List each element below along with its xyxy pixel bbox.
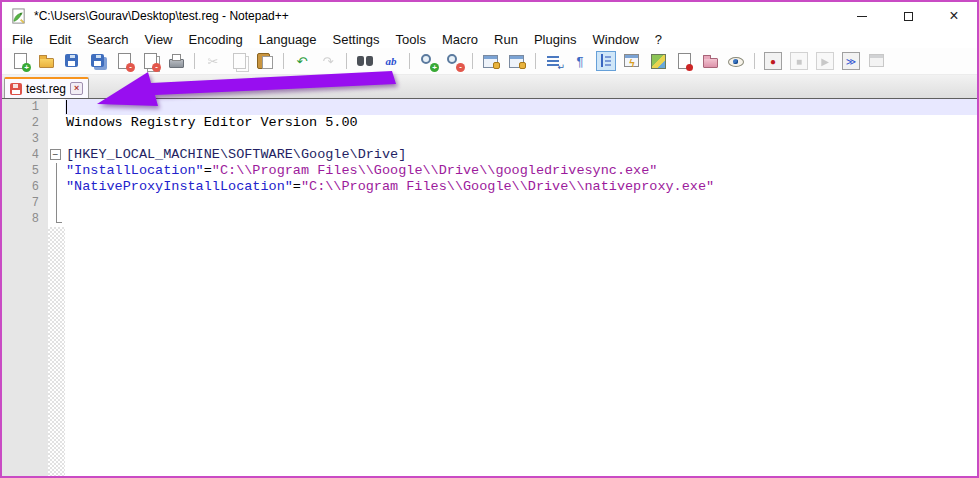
window-title: *C:\Users\Gourav\Desktop\test.reg - Note… xyxy=(34,9,289,23)
toolbar: ✂↶↷ab¶ϟ●■▶≫ xyxy=(2,48,977,75)
menu-edit[interactable]: Edit xyxy=(41,32,79,47)
save-all-icon[interactable] xyxy=(89,52,107,70)
menu-search[interactable]: Search xyxy=(79,32,136,47)
maximize-icon xyxy=(904,12,913,21)
toolbar-separator xyxy=(535,53,536,69)
notepadpp-window: *C:\Users\Gourav\Desktop\test.reg - Note… xyxy=(0,0,979,478)
editor-filler xyxy=(2,227,977,476)
line-text[interactable] xyxy=(65,131,977,147)
minimize-icon xyxy=(857,16,867,17)
close-icon: × xyxy=(949,8,958,24)
document-list-icon[interactable] xyxy=(675,52,693,70)
token-op: = xyxy=(293,179,301,194)
menu-encoding[interactable]: Encoding xyxy=(181,32,251,47)
menu-file[interactable]: File xyxy=(4,32,41,47)
word-wrap-icon[interactable] xyxy=(545,52,563,70)
token-key: "NativeProxyInstallLocation" xyxy=(66,179,293,194)
close-all-icon[interactable] xyxy=(141,52,159,70)
tab-label: test.reg xyxy=(26,82,66,96)
line-text[interactable]: "InstallLocation"="C:\\Program Files\\Go… xyxy=(65,163,977,179)
line-number: 2 xyxy=(2,115,48,131)
menu-run[interactable]: Run xyxy=(486,32,526,47)
caret xyxy=(66,100,67,114)
fold-margin-cell xyxy=(48,115,65,131)
editor-line: 4[HKEY_LOCAL_MACHINE\SOFTWARE\Google\Dri… xyxy=(2,147,977,163)
editor-line: 7 xyxy=(2,195,977,211)
menu-view[interactable]: View xyxy=(137,32,181,47)
toolbar-separator xyxy=(409,53,410,69)
token-op: = xyxy=(204,163,212,178)
line-text[interactable]: "NativeProxyInstallLocation"="C:\\Progra… xyxy=(65,179,977,195)
menu-tools[interactable]: Tools xyxy=(388,32,434,47)
tab-bar: test.reg × xyxy=(2,75,977,98)
toolbar-separator xyxy=(194,53,195,69)
find-icon[interactable] xyxy=(356,52,374,70)
editor-line: 6"NativeProxyInstallLocation"="C:\\Progr… xyxy=(2,179,977,195)
editor-line: 8 xyxy=(2,211,977,227)
macro-stop-icon: ■ xyxy=(790,52,808,70)
editor-background[interactable] xyxy=(65,227,977,476)
fold-margin xyxy=(48,227,65,476)
show-indent-guide-icon[interactable] xyxy=(597,52,615,70)
menu-macro[interactable]: Macro xyxy=(434,32,486,47)
undo-icon[interactable]: ↶ xyxy=(293,52,311,70)
zoom-in-icon[interactable] xyxy=(419,52,437,70)
line-number: 5 xyxy=(2,163,48,179)
title-bar: *C:\Users\Gourav\Desktop\test.reg - Note… xyxy=(2,2,977,30)
line-number-margin xyxy=(2,227,48,476)
open-file-icon[interactable] xyxy=(37,52,55,70)
fold-margin-cell xyxy=(48,163,65,179)
menu-plugins[interactable]: Plugins xyxy=(526,32,585,47)
fold-margin-cell xyxy=(48,195,65,211)
folder-as-workspace-icon[interactable] xyxy=(701,52,719,70)
menu-help[interactable]: ? xyxy=(647,32,670,47)
document-map-icon[interactable] xyxy=(649,52,667,70)
minimize-button[interactable] xyxy=(839,2,885,30)
line-text[interactable] xyxy=(65,195,977,211)
sync-vertical-scroll-icon[interactable] xyxy=(482,52,500,70)
print-icon[interactable] xyxy=(167,52,185,70)
cut-icon: ✂ xyxy=(204,52,222,70)
token-value: "C:\\Program Files\\Google\\Drive\\nativ… xyxy=(301,179,714,194)
macro-run-multiple-icon[interactable]: ≫ xyxy=(842,52,860,70)
token-default: Windows Registry Editor Version 5.00 xyxy=(66,115,358,130)
line-text[interactable]: [HKEY_LOCAL_MACHINE\SOFTWARE\Google\Driv… xyxy=(65,147,977,163)
sync-horizontal-scroll-icon[interactable] xyxy=(508,52,526,70)
line-text[interactable] xyxy=(65,99,977,115)
menu-bar: FileEditSearchViewEncodingLanguageSettin… xyxy=(2,30,977,48)
fold-marker[interactable] xyxy=(48,147,65,163)
editor-line: 3 xyxy=(2,131,977,147)
editor-pane[interactable]: 12Windows Registry Editor Version 5.0034… xyxy=(2,98,977,476)
menu-language[interactable]: Language xyxy=(251,32,325,47)
monitoring-icon[interactable] xyxy=(727,52,745,70)
macro-play-icon: ▶ xyxy=(816,52,834,70)
menu-window[interactable]: Window xyxy=(585,32,647,47)
tab-close-icon[interactable]: × xyxy=(70,82,83,95)
line-text[interactable] xyxy=(65,211,977,227)
toolbar-separator xyxy=(346,53,347,69)
tab-test-reg[interactable]: test.reg × xyxy=(4,77,89,98)
replace-icon[interactable]: ab xyxy=(382,52,400,70)
line-text[interactable]: Windows Registry Editor Version 5.00 xyxy=(65,115,977,131)
macro-record-icon[interactable]: ● xyxy=(764,52,782,70)
close-button[interactable]: × xyxy=(931,2,977,30)
toolbar-separator xyxy=(754,53,755,69)
menu-settings[interactable]: Settings xyxy=(325,32,388,47)
paste-icon[interactable] xyxy=(256,52,274,70)
redo-icon: ↷ xyxy=(319,52,337,70)
line-number: 1 xyxy=(2,99,48,115)
line-number: 3 xyxy=(2,131,48,147)
function-list-icon[interactable]: ϟ xyxy=(623,52,641,70)
editor-lines: 12Windows Registry Editor Version 5.0034… xyxy=(2,99,977,227)
close-icon[interactable] xyxy=(115,52,133,70)
editor-line: 2Windows Registry Editor Version 5.00 xyxy=(2,115,977,131)
editor-line: 1 xyxy=(2,99,977,115)
toolbar-separator xyxy=(283,53,284,69)
line-number: 6 xyxy=(2,179,48,195)
zoom-out-icon[interactable] xyxy=(445,52,463,70)
toolbar-separator xyxy=(472,53,473,69)
save-icon[interactable] xyxy=(63,52,81,70)
new-file-icon[interactable] xyxy=(11,52,29,70)
maximize-button[interactable] xyxy=(885,2,931,30)
show-all-characters-icon[interactable]: ¶ xyxy=(571,52,589,70)
